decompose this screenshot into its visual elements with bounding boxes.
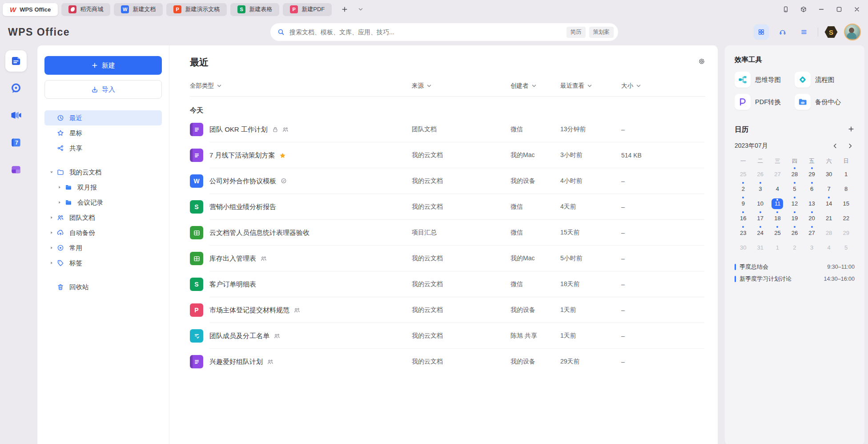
caret-right-icon[interactable] xyxy=(48,261,55,265)
support-headset-icon[interactable] xyxy=(775,24,790,40)
sidebar-item-4[interactable]: 我的云文档 xyxy=(44,165,162,180)
file-row-5[interactable]: 云文档管人员信息统计表理器验收项目汇总微信15天前– xyxy=(190,220,705,246)
sidebar-item-8[interactable]: 自动备份 xyxy=(44,225,162,240)
new-tab-button[interactable] xyxy=(339,4,350,15)
search-box[interactable]: 简历 策划案 xyxy=(270,23,618,41)
calendar-day[interactable]: 3 xyxy=(752,182,769,196)
caret-down-icon[interactable] xyxy=(48,170,55,174)
calendar-day[interactable]: 30 xyxy=(820,167,838,181)
new-document-button[interactable]: 新建 xyxy=(44,56,162,75)
calendar-day[interactable]: 28 xyxy=(786,167,804,181)
calendar-day[interactable]: 26 xyxy=(786,226,804,240)
file-row-2[interactable]: 7 月线下活动策划方案我的云文档我的Mac3小时前514 KB xyxy=(190,142,705,168)
tab-5[interactable]: S新建表格 xyxy=(230,3,279,16)
tab-4[interactable]: P新建演示文稿 xyxy=(166,3,227,16)
tab-3[interactable]: W新建文档 xyxy=(114,3,163,16)
search-tag-plan[interactable]: 策划案 xyxy=(589,27,614,38)
tab-list-chevron[interactable] xyxy=(355,4,366,15)
rail-item-meeting[interactable] xyxy=(5,105,27,126)
calendar-day[interactable]: 5 xyxy=(837,241,855,254)
calendar-day[interactable]: 26 xyxy=(752,167,769,181)
caret-right-icon[interactable] xyxy=(56,185,63,190)
calendar-day[interactable]: 23 xyxy=(735,226,752,240)
calendar-add-icon[interactable] xyxy=(848,125,855,134)
calendar-day[interactable]: 14 xyxy=(820,197,838,210)
calendar-day[interactable]: 13 xyxy=(803,197,820,210)
mobile-device-icon[interactable] xyxy=(779,3,792,16)
calendar-day[interactable]: 1 xyxy=(837,167,855,181)
calendar-day[interactable]: 6 xyxy=(803,182,820,196)
rail-item-calendar[interactable]: 7 xyxy=(5,132,27,153)
calendar-day[interactable]: 31 xyxy=(752,241,769,254)
import-button[interactable]: 导入 xyxy=(44,80,162,99)
calendar-day[interactable]: 8 xyxy=(837,182,855,196)
sidebar-item-7[interactable]: 团队文档 xyxy=(44,210,162,225)
calendar-day[interactable]: 21 xyxy=(820,211,838,225)
calendar-day[interactable]: 12 xyxy=(786,197,804,210)
file-row-9[interactable]: 团队成员及分工名单我的云文档陈旭 共享1天前– xyxy=(190,323,705,349)
membership-badge[interactable]: S xyxy=(824,26,838,38)
calendar-day[interactable]: 27 xyxy=(803,226,820,240)
calendar-day[interactable]: 20 xyxy=(803,211,820,225)
sidebar-item-6[interactable]: 会议记录 xyxy=(52,195,162,210)
file-row-10[interactable]: 兴趣爱好组队计划我的云文档我的设备29天前– xyxy=(190,349,705,375)
file-row-4[interactable]: S营销小组业绩分析报告我的云文档微信4天前– xyxy=(190,194,705,220)
sidebar-item-2[interactable]: 共享 xyxy=(44,141,162,156)
sidebar-item-10[interactable]: 标签 xyxy=(44,255,162,270)
calendar-day[interactable]: 25 xyxy=(735,167,752,181)
calendar-day-selected[interactable]: 11 xyxy=(769,197,786,210)
tool-2[interactable]: 流程图 xyxy=(795,72,855,88)
sidebar-item-1[interactable]: 星标 xyxy=(44,125,162,141)
workspace-box-icon[interactable] xyxy=(797,3,810,16)
calendar-day[interactable]: 2 xyxy=(735,182,752,196)
calendar-day[interactable]: 30 xyxy=(735,241,752,254)
filter-2[interactable]: 来源 xyxy=(412,82,510,90)
calendar-day[interactable]: 3 xyxy=(803,241,820,254)
main-menu-icon[interactable] xyxy=(796,24,812,40)
sidebar-item-12[interactable]: 回收站 xyxy=(44,279,162,295)
file-row-1[interactable]: 团队 OKR 工作计划团队文档微信13分钟前– xyxy=(190,117,705,142)
tool-4[interactable]: 备份中心 xyxy=(795,94,855,110)
apps-grid-icon[interactable] xyxy=(754,24,769,40)
filter-1[interactable]: 全部类型 xyxy=(190,82,412,90)
tab-1[interactable]: WWPS Office xyxy=(3,3,58,16)
calendar-day[interactable]: 17 xyxy=(752,211,769,225)
calendar-day[interactable]: 25 xyxy=(769,226,786,240)
caret-right-icon[interactable] xyxy=(48,215,55,220)
close-button[interactable] xyxy=(850,3,864,16)
caret-right-icon[interactable] xyxy=(56,200,63,205)
file-row-3[interactable]: W公司对外合作协议模板我的云文档我的设备4小时前– xyxy=(190,168,705,194)
file-row-6[interactable]: 库存出入管理表我的云文档我的Mac5小时前– xyxy=(190,246,705,271)
file-row-7[interactable]: S客户订单明细表我的云文档微信18天前– xyxy=(190,271,705,297)
search-tag-resume[interactable]: 简历 xyxy=(567,27,586,38)
filter-4[interactable]: 最近查看 xyxy=(560,82,621,90)
tab-6[interactable]: P新建PDF xyxy=(283,3,332,16)
caret-right-icon[interactable] xyxy=(48,246,55,250)
calendar-day[interactable]: 4 xyxy=(820,241,838,254)
caret-right-icon[interactable] xyxy=(48,230,55,235)
maximize-button[interactable] xyxy=(832,3,846,16)
search-input[interactable] xyxy=(289,28,563,36)
minimize-button[interactable] xyxy=(815,3,828,16)
calendar-day[interactable]: 22 xyxy=(837,211,855,225)
filter-3[interactable]: 创建者 xyxy=(510,82,560,90)
calendar-day[interactable]: 2 xyxy=(786,241,804,254)
rail-item-chat[interactable] xyxy=(5,77,27,99)
calendar-day[interactable]: 29 xyxy=(803,167,820,181)
sidebar-item-9[interactable]: 常用 xyxy=(44,240,162,255)
calendar-day[interactable]: 29 xyxy=(837,226,855,240)
calendar-day[interactable]: 9 xyxy=(735,197,752,210)
filter-5[interactable]: 大小 xyxy=(621,82,705,90)
calendar-day[interactable]: 18 xyxy=(769,211,786,225)
calendar-day[interactable]: 24 xyxy=(752,226,769,240)
calendar-day[interactable]: 19 xyxy=(786,211,804,225)
calendar-next-icon[interactable] xyxy=(846,141,855,150)
calendar-day[interactable]: 4 xyxy=(769,182,786,196)
tool-1[interactable]: 思维导图 xyxy=(735,72,795,88)
calendar-day[interactable]: 10 xyxy=(752,197,769,210)
list-settings-gear-icon[interactable] xyxy=(698,58,705,67)
rail-item-documents[interactable] xyxy=(5,50,27,72)
calendar-day[interactable]: 28 xyxy=(820,226,838,240)
calendar-prev-icon[interactable] xyxy=(831,141,840,150)
calendar-day[interactable]: 7 xyxy=(820,182,838,196)
